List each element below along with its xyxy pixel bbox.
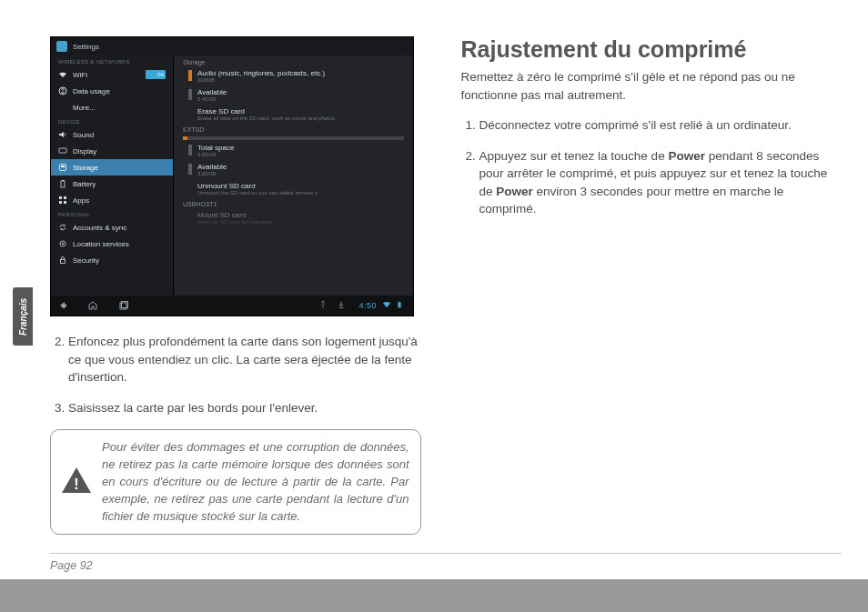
step-bold: Power	[668, 149, 705, 163]
sidebar-item-wifi[interactable]: WiFi ON	[51, 66, 173, 83]
storage-item-total[interactable]: Total space 3.83GB	[174, 142, 413, 159]
sidebar-item-battery[interactable]: Battery	[51, 176, 173, 192]
storage-item-mount[interactable]: Mount SD card Insert an SD card for moun…	[174, 209, 413, 226]
footer-bar	[0, 579, 868, 612]
blank-icon	[58, 103, 67, 112]
svg-rect-3	[61, 166, 65, 167]
storage-item-available[interactable]: Available 5.45GB	[174, 86, 413, 104]
sidebar-item-security[interactable]: Security	[51, 252, 173, 268]
wifi-toggle[interactable]: ON	[146, 70, 166, 79]
page-content: Settings WIRELESS & NETWORKS WiFi ON	[0, 0, 868, 535]
usage-bar-icon	[188, 164, 192, 175]
sidebar-label: Accounts & sync	[73, 224, 126, 232]
sidebar-label: Location services	[73, 240, 129, 248]
left-steps: Enfoncez plus profondément la carte dans…	[50, 333, 421, 416]
sidebar-item-location[interactable]: Location services	[51, 236, 173, 252]
language-tab: Français	[13, 287, 33, 346]
wifi-status-icon	[382, 300, 393, 311]
usage-bar-icon	[188, 70, 192, 81]
svg-rect-4	[61, 181, 65, 187]
svg-rect-15	[398, 302, 400, 307]
svg-point-11	[62, 243, 64, 245]
battery-status-icon	[397, 300, 408, 311]
usb-icon	[318, 300, 329, 311]
item-sub: Insert an SD card for mounting	[197, 219, 272, 225]
wifi-icon	[58, 70, 67, 79]
svg-rect-12	[61, 260, 66, 264]
item-sub: 5.45GB	[197, 96, 227, 102]
svg-rect-1	[59, 148, 66, 153]
page-number: Page 92	[50, 553, 842, 572]
usage-bar	[183, 136, 404, 140]
step-text: Déconnectez votre comprimé s'il est reli…	[479, 118, 792, 132]
item-sub: Erase all data on the SD card, such as m…	[197, 115, 335, 121]
left-column: Settings WIRELESS & NETWORKS WiFi ON	[50, 36, 425, 535]
warning-icon	[62, 467, 91, 497]
item-sub: Unmount the SD card so you can safely re…	[197, 190, 318, 196]
svg-rect-9	[64, 201, 66, 204]
right-step-1: Déconnectez votre comprimé s'il est reli…	[479, 116, 833, 135]
sidebar-label: Battery	[73, 180, 96, 188]
section-personal: PERSONAL	[51, 208, 173, 219]
sidebar-label: WiFi	[73, 71, 87, 79]
sidebar-label: Storage	[73, 164, 98, 172]
sidebar-label: Apps	[73, 196, 89, 205]
location-icon	[58, 239, 67, 248]
sidebar-item-apps[interactable]: Apps	[51, 192, 173, 208]
storage-item-erase[interactable]: Erase SD card Erase all data on the SD c…	[174, 105, 413, 123]
svg-rect-7	[64, 196, 66, 199]
svg-rect-16	[399, 302, 399, 303]
lock-icon	[58, 256, 67, 265]
warning-callout: Pour éviter des dommages et une corrupti…	[50, 429, 421, 535]
item-title: Mount SD card	[197, 211, 272, 219]
section-intro: Remettez à zéro le comprimé s'il gèle et…	[461, 68, 833, 104]
battery-icon	[58, 179, 67, 188]
storage-item-audio[interactable]: Audio (music, ringtones, podcasts, etc.)…	[174, 67, 413, 85]
download-icon	[337, 300, 348, 311]
section-title: Rajustement du comprimé	[461, 36, 833, 63]
group-usbhost: USBHOST1	[174, 199, 413, 209]
item-sub: 3.83GB	[197, 152, 234, 157]
sidebar-item-storage[interactable]: Storage	[51, 159, 173, 176]
sidebar-item-accounts[interactable]: Accounts & sync	[51, 219, 173, 236]
back-icon[interactable]	[56, 300, 67, 311]
sidebar-label: More...	[73, 104, 96, 112]
sidebar-item-more[interactable]: More...	[51, 99, 173, 115]
sidebar-label: Sound	[73, 131, 94, 139]
android-screenshot: Settings WIRELESS & NETWORKS WiFi ON	[50, 36, 414, 316]
content-header: Storage	[174, 57, 413, 67]
svg-rect-5	[62, 180, 64, 181]
recents-icon[interactable]	[118, 300, 129, 311]
item-title: Unmount SD card	[197, 182, 318, 190]
sidebar-item-display[interactable]: Display	[51, 143, 173, 159]
item-title: Total space	[197, 144, 234, 152]
android-title: Settings	[73, 43, 99, 51]
storage-item-available2[interactable]: Available 3.83GB	[174, 161, 413, 178]
android-sidebar: WIRELESS & NETWORKS WiFi ON Data usage	[51, 55, 174, 296]
step-bold: Power	[496, 185, 533, 198]
svg-rect-6	[59, 196, 62, 199]
step-text: Appuyez sur et tenez la touche de	[479, 149, 669, 163]
data-icon	[58, 86, 67, 95]
sidebar-item-sound[interactable]: Sound	[51, 126, 173, 143]
right-steps: Déconnectez votre comprimé s'il est reli…	[461, 116, 833, 218]
svg-rect-8	[59, 201, 62, 204]
storage-icon	[58, 163, 67, 172]
sound-icon	[58, 130, 67, 139]
right-step-2: Appuyez sur et tenez la touche de Power …	[479, 147, 833, 218]
android-clock: 4:50	[358, 301, 377, 310]
item-sub: 200MB	[197, 77, 325, 83]
item-title: Erase SD card	[197, 107, 335, 115]
sidebar-item-datausage[interactable]: Data usage	[51, 83, 173, 99]
right-column: Rajustement du comprimé Remettez à zéro …	[458, 36, 833, 535]
usage-bar-icon	[188, 145, 192, 156]
step-3: Saisissez la carte par les bords pour l'…	[68, 399, 421, 417]
android-titlebar: Settings	[51, 37, 413, 55]
step-2: Enfoncez plus profondément la carte dans…	[68, 333, 421, 386]
storage-item-unmount[interactable]: Unmount SD card Unmount the SD card so y…	[174, 180, 413, 197]
display-icon	[58, 146, 67, 156]
sync-icon	[58, 223, 67, 232]
home-icon[interactable]	[87, 300, 98, 311]
sidebar-label: Display	[73, 147, 96, 156]
settings-icon	[56, 41, 67, 52]
